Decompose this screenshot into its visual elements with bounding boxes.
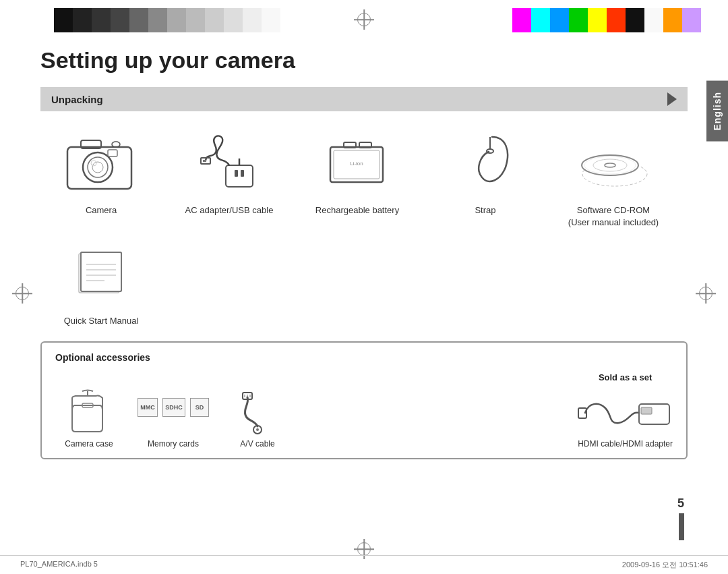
manual-icon xyxy=(57,235,145,310)
battery-label: Rechargeable battery xyxy=(315,204,399,217)
color-swatch xyxy=(531,8,550,32)
ac-adapter-label: AC adapter/USB cable xyxy=(185,204,274,217)
color-swatch xyxy=(92,8,111,32)
top-color-bar xyxy=(0,0,728,40)
color-swatch xyxy=(129,8,148,32)
mmc-card: MMC xyxy=(138,398,158,417)
color-swatch xyxy=(626,8,644,32)
sold-as-set-label: Sold as a set xyxy=(599,372,652,382)
memory-cards-label: Memory cards xyxy=(148,439,199,449)
color-swatch xyxy=(224,8,243,32)
av-cable-label: A/V cable xyxy=(240,439,274,449)
color-swatch xyxy=(607,8,626,32)
accessories-grid: Camera case MMC SDHC SD Memory cards xyxy=(55,372,673,449)
item-manual: Quick Start Manual xyxy=(40,235,162,327)
color-swatch xyxy=(262,8,280,32)
color-swatch xyxy=(111,8,129,32)
unpacking-label: Unpacking xyxy=(51,94,103,105)
color-swatch xyxy=(186,8,205,32)
svg-rect-9 xyxy=(235,170,238,177)
color-swatch xyxy=(663,8,682,32)
english-sidebar-tab: English xyxy=(706,81,728,142)
svg-text:Li-ion: Li-ion xyxy=(350,161,363,167)
unpacking-items-grid: Camera xyxy=(40,125,688,328)
item-battery: Li-ion Rechargeable battery xyxy=(297,125,418,229)
svg-point-23 xyxy=(605,163,615,167)
item-hdmi: HDMI cable/HDMI adapter xyxy=(578,388,673,449)
svg-point-2 xyxy=(88,157,108,177)
item-strap: Strap xyxy=(425,125,546,229)
camera-icon xyxy=(57,125,145,199)
color-swatch xyxy=(54,8,73,32)
memory-cards-icon: MMC SDHC SD xyxy=(136,384,210,431)
color-swatch xyxy=(588,8,607,32)
av-cable-icon xyxy=(227,388,288,435)
page-number: 5 xyxy=(677,496,684,511)
sdhc-card: SDHC xyxy=(162,398,185,417)
color-swatch xyxy=(73,8,92,32)
english-label: English xyxy=(712,92,723,131)
crosshair-top-center xyxy=(354,9,374,30)
strap-label: Strap xyxy=(475,204,495,217)
strap-icon xyxy=(442,125,529,199)
item-memory-cards: MMC SDHC SD Memory cards xyxy=(136,384,210,449)
item-av-cable: A/V cable xyxy=(224,388,291,449)
page-indicator-bar xyxy=(679,513,684,540)
svg-rect-28 xyxy=(81,252,121,291)
color-swatch xyxy=(569,8,588,32)
cd-rom-icon xyxy=(570,125,657,199)
color-strip-left xyxy=(54,8,280,32)
svg-rect-42 xyxy=(641,407,652,414)
color-swatch xyxy=(682,8,701,32)
page-number-area: 5 xyxy=(677,496,684,540)
color-swatch xyxy=(243,8,262,32)
hdmi-icon xyxy=(595,388,656,435)
camera-case-icon xyxy=(59,388,119,435)
accessories-title: Optional accessories xyxy=(55,352,673,363)
accessories-box: Optional accessories xyxy=(40,341,688,459)
svg-point-3 xyxy=(92,162,103,173)
sold-as-set-section: Sold as a set xyxy=(578,372,673,449)
color-swatch xyxy=(550,8,569,32)
item-camera-case: Camera case xyxy=(55,388,123,449)
footer-left: PL70_AMERICA.indb 5 xyxy=(20,560,98,570)
hdmi-label: HDMI cable/HDMI adapter xyxy=(578,439,673,449)
color-swatch xyxy=(512,8,531,32)
color-swatch xyxy=(167,8,186,32)
color-strip-right xyxy=(512,8,701,32)
item-cd-rom: Software CD-ROM (User manual included) xyxy=(553,125,674,229)
ac-adapter-icon xyxy=(185,125,273,199)
sd-card: SD xyxy=(190,398,209,417)
battery-icon: Li-ion xyxy=(313,125,401,199)
color-swatch xyxy=(644,8,663,32)
color-swatch xyxy=(148,8,167,32)
camera-case-label: Camera case xyxy=(65,439,113,449)
crosshair-left xyxy=(12,283,32,304)
color-swatch xyxy=(205,8,224,32)
footer-bar: PL70_AMERICA.indb 5 2009-09-16 오전 10:51:… xyxy=(0,555,728,574)
cd-rom-label: Software CD-ROM (User manual included) xyxy=(568,204,659,229)
camera-label: Camera xyxy=(86,204,117,217)
unpacking-section-header: Unpacking xyxy=(40,87,688,111)
crosshair-right xyxy=(696,283,716,304)
main-content: Setting up your camera Unpacking xyxy=(40,47,688,547)
svg-rect-10 xyxy=(241,170,244,177)
svg-rect-8 xyxy=(226,165,253,187)
footer-right: 2009-09-16 오전 10:51:46 xyxy=(622,560,708,570)
svg-rect-5 xyxy=(108,150,117,156)
svg-rect-12 xyxy=(203,160,206,162)
manual-label: Quick Start Manual xyxy=(64,315,139,327)
section-arrow-icon xyxy=(667,92,677,106)
page-title: Setting up your camera xyxy=(40,47,688,74)
item-ac-adapter: AC adapter/USB cable xyxy=(169,125,290,229)
item-camera: Camera xyxy=(40,125,162,229)
svg-point-40 xyxy=(256,428,259,431)
